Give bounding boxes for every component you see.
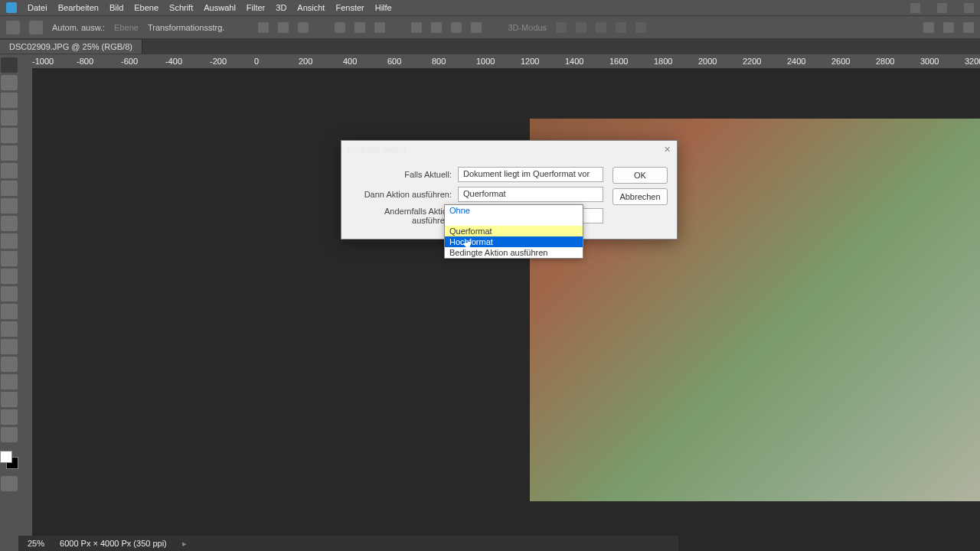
window-close-icon[interactable] [964,3,974,13]
align-top-icon[interactable] [335,22,345,33]
menu-filter[interactable]: Filter [247,3,265,12]
document-tabs: DSC02909.JPG @ 25% (RGB/8) [0,38,980,54]
ruler-vertical[interactable] [18,68,32,551]
pen-tool[interactable] [1,321,18,337]
cancel-button[interactable]: Abbrechen [612,188,668,205]
edit-toolbar[interactable] [1,427,18,442]
condition-select[interactable]: Dokument liegt im Querformat vor [458,167,603,182]
tools-panel [0,54,18,551]
align-center-icon[interactable] [278,22,289,33]
distribute-spacing-icon[interactable] [451,22,462,33]
quick-mask-tool[interactable] [1,476,18,491]
menu-ebene[interactable]: Ebene [134,3,158,12]
then-label: Dann Aktion ausführen: [351,190,458,199]
menubar: Datei Bearbeiten Bild Ebene Schrift Ausw… [0,0,980,15]
menu-fenster[interactable]: Fenster [335,3,364,12]
condition-label: Falls Aktuell: [351,170,458,179]
dropdown-option-ohne[interactable]: Ohne [445,205,583,216]
3d-pan-icon[interactable] [596,22,606,33]
ruler-horizontal[interactable]: -1000-800-600-400-2000200400600800100012… [18,54,980,68]
eyedropper-tool[interactable] [1,163,18,178]
menu-bild[interactable]: Bild [109,3,123,12]
gradient-tool[interactable] [1,269,18,284]
menu-auswahl[interactable]: Auswahl [204,3,236,12]
more-options-icon[interactable] [471,22,482,33]
distribute-v-icon[interactable] [431,22,442,33]
move-tool[interactable] [1,57,18,73]
type-tool[interactable] [1,339,18,354]
canvas-area: -1000-800-600-400-2000200400600800100012… [18,54,980,551]
blur-tool[interactable] [1,286,18,302]
align-middle-icon[interactable] [354,22,365,33]
auto-select-label[interactable]: Autom. ausw.: [52,23,105,32]
document-tab[interactable]: DSC02909.JPG @ 25% (RGB/8) [0,40,142,54]
home-icon[interactable] [6,21,20,34]
dialog-title: Bedingte Aktion [348,145,406,154]
history-brush-tool[interactable] [1,233,18,249]
align-bottom-icon[interactable] [374,22,385,33]
brush-tool[interactable] [1,198,18,214]
app-icon [6,2,17,13]
shape-tool[interactable] [1,374,18,390]
dropdown-option-hochformat[interactable]: Hochformat [445,236,583,247]
search-icon[interactable] [923,22,934,33]
frame-tool[interactable] [1,145,18,161]
color-swatch[interactable] [0,451,18,469]
menu-bearbeiten[interactable]: Bearbeiten [58,3,99,12]
dropdown-option-querformat[interactable]: Querformat [445,226,583,236]
options-bar: Autom. ausw.: Ebene Transformationsstrg.… [0,15,980,38]
dropdown-option-bedingte[interactable]: Bedingte Aktion ausführen [445,247,583,258]
clone-stamp-tool[interactable] [1,216,18,231]
eraser-tool[interactable] [1,251,18,266]
else-action-dropdown: Ohne Querformat Hochformat Bedingte Akti… [444,204,583,259]
align-right-icon[interactable] [298,22,309,33]
3d-orbit-icon[interactable] [556,22,567,33]
menu-schrift[interactable]: Schrift [169,3,193,12]
distribute-h-icon[interactable] [411,22,422,33]
crop-tool[interactable] [1,128,18,143]
auto-select-target[interactable]: Ebene [114,23,139,32]
move-tool-icon [29,21,43,34]
window-maximize-icon[interactable] [937,3,947,13]
lasso-tool[interactable] [1,93,18,108]
menu-datei[interactable]: Datei [28,3,47,12]
window-minimize-icon[interactable] [910,3,920,13]
zoom-level[interactable]: 25% [28,539,44,548]
3d-mode-label: 3D-Modus [508,23,547,32]
hand-tool[interactable] [1,392,18,407]
marquee-tool[interactable] [1,75,18,90]
align-left-icon[interactable] [258,22,269,33]
3d-roll-icon[interactable] [576,22,586,33]
workspace-icon[interactable] [963,22,974,33]
quick-select-tool[interactable] [1,110,18,126]
menu-hilfe[interactable]: Hilfe [375,3,392,12]
share-icon[interactable] [943,22,954,33]
ok-button[interactable]: OK [612,167,668,184]
3d-zoom-icon[interactable] [635,22,646,33]
healing-tool[interactable] [1,181,18,196]
menu-ansicht[interactable]: Ansicht [297,3,325,12]
transform-controls-label[interactable]: Transformationsstrg. [148,23,224,32]
document-dimensions[interactable]: 6000 Px × 4000 Px (350 ppi) [60,539,167,548]
status-bar: 25% 6000 Px × 4000 Px (350 ppi) ▸ [18,536,678,551]
path-select-tool[interactable] [1,357,18,372]
zoom-tool[interactable] [1,409,18,425]
close-icon[interactable]: ✕ [664,145,671,155]
then-action-select[interactable]: Querformat [458,187,603,202]
3d-slide-icon[interactable] [616,22,626,33]
menu-3d[interactable]: 3D [276,3,286,12]
else-label: Andernfalls Aktion ausführen: [351,207,458,225]
dodge-tool[interactable] [1,304,18,319]
